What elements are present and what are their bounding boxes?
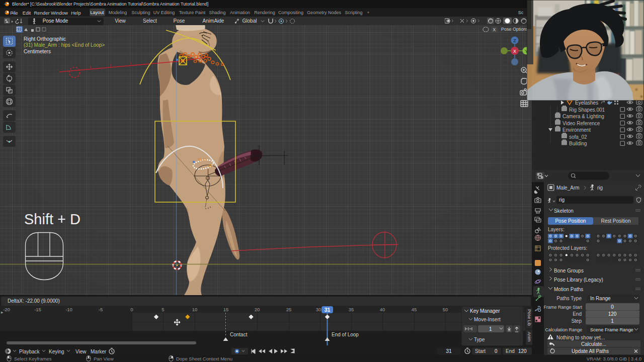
svg-text:Skeleton: Skeleton <box>554 208 574 214</box>
svg-text:120: 120 <box>518 348 527 354</box>
svg-text:Type: Type <box>474 337 485 342</box>
svg-text:0: 0 <box>611 304 614 310</box>
svg-text:Scene Frame Range: Scene Frame Range <box>590 327 633 332</box>
svg-text:Paths Type: Paths Type <box>556 296 582 301</box>
svg-text:Calculation Range: Calculation Range <box>545 327 582 332</box>
svg-text:Layers:: Layers: <box>548 227 565 232</box>
svg-text:Z: Z <box>513 38 516 43</box>
svg-text:Start: Start <box>475 348 486 354</box>
svg-text:Video Reference: Video Reference <box>562 121 600 126</box>
svg-text:Keying: Keying <box>49 349 64 354</box>
svg-text:1: 1 <box>489 326 492 332</box>
svg-text:35: 35 <box>208 164 212 167</box>
svg-text:End: End <box>506 348 515 354</box>
svg-text:Playback: Playback <box>19 349 40 354</box>
svg-text:Rig Shapes.001: Rig Shapes.001 <box>569 107 605 113</box>
svg-text:Rest Position: Rest Position <box>601 218 631 224</box>
svg-text:View: View <box>75 349 87 354</box>
svg-text:Calculate...: Calculate... <box>581 341 606 347</box>
svg-text:rig: rig <box>559 197 565 203</box>
svg-text:120: 120 <box>608 311 617 317</box>
svg-text:rig: rig <box>597 185 603 191</box>
svg-text:Bone Groups: Bone Groups <box>554 268 584 274</box>
svg-text:Eyelashes: Eyelashes <box>575 100 598 106</box>
svg-text:Key Manager: Key Manager <box>470 308 500 314</box>
svg-text:Male_Arm: Male_Arm <box>556 185 580 191</box>
svg-text:Move-Insert: Move-Insert <box>474 317 501 322</box>
svg-text:Environment: Environment <box>562 127 591 133</box>
svg-text:31 23: 31 23 <box>198 158 207 161</box>
svg-text:Camera & Lighting: Camera & Lighting <box>562 114 604 119</box>
svg-text:0: 0 <box>495 348 498 354</box>
svg-text:31: 31 <box>325 307 331 313</box>
svg-text:Update All Paths: Update All Paths <box>572 348 609 354</box>
svg-text:End: End <box>573 311 582 317</box>
svg-text:End of Loop: End of Loop <box>332 332 359 337</box>
svg-text:Building: Building <box>569 141 587 146</box>
svg-text:Pose Library (Legacy): Pose Library (Legacy) <box>554 277 603 283</box>
svg-text:Nothing to show yet...: Nothing to show yet... <box>556 335 605 340</box>
svg-text:X: X <box>513 49 516 54</box>
svg-text:Step: Step <box>571 318 582 324</box>
svg-text:In Range: In Range <box>590 296 611 301</box>
svg-text:Frame Range Start: Frame Range Start <box>544 305 582 310</box>
svg-text:Motion Paths: Motion Paths <box>554 287 583 292</box>
svg-text:X: X <box>493 27 496 32</box>
svg-text:1: 1 <box>611 318 614 324</box>
svg-text:sofa_02: sofa_02 <box>569 134 587 140</box>
svg-text:31: 31 <box>446 348 452 354</box>
svg-text:Contact: Contact <box>230 332 248 337</box>
svg-text:Marker: Marker <box>91 349 107 354</box>
svg-text:Protected Layers:: Protected Layers: <box>548 245 587 251</box>
svg-text:Pose Position: Pose Position <box>555 218 586 224</box>
